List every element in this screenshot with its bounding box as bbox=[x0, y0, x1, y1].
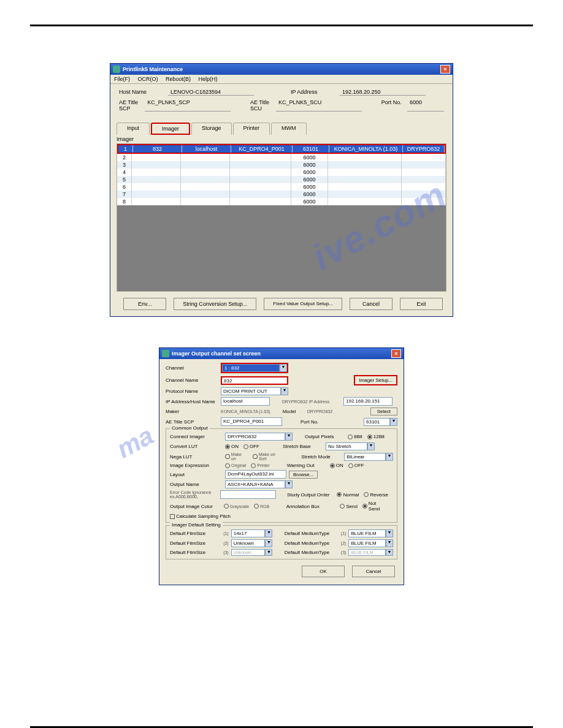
value-model: DRYPRO832 bbox=[307, 409, 333, 414]
radio-normal[interactable]: Normal bbox=[337, 492, 359, 498]
ae-scp-input[interactable]: KC_DPRO4_P001 bbox=[221, 417, 282, 426]
label-port: Port No. bbox=[381, 99, 407, 112]
drypro-ip-input[interactable]: 192.168.20.151 bbox=[343, 397, 393, 406]
table-row[interactable]: 46000 bbox=[117, 169, 446, 176]
label-drypro-ip: DRYPRO832 IP Address bbox=[282, 400, 343, 404]
checkbox-sampling[interactable]: Calculate Sampling Pitch bbox=[170, 514, 231, 519]
filmsize2-select[interactable]: Unknown▼ bbox=[231, 539, 273, 547]
stretch-base-select[interactable]: No Stretch▼ bbox=[326, 442, 375, 450]
label-iphost: IP Address/Host Name bbox=[166, 399, 221, 404]
channel-name-input[interactable]: 832 bbox=[221, 376, 288, 385]
group-default-setting: Imager Default Setting bbox=[170, 522, 223, 528]
imager-grid: 1 832 localhost KC_DPRO4_P001 63101 KONI… bbox=[117, 143, 446, 292]
radio-oc2: RGB bbox=[254, 504, 269, 509]
radio-12bit[interactable]: 12Bit bbox=[367, 434, 385, 439]
string-conv-button[interactable]: String Conversion Setup... bbox=[174, 298, 256, 310]
app-icon bbox=[113, 66, 120, 73]
table-row[interactable]: 56000 bbox=[117, 176, 446, 183]
label-medium2: Default MediumType bbox=[285, 540, 341, 546]
radio-oc1: Grayscale bbox=[224, 504, 250, 509]
chevron-down-icon[interactable]: ▼ bbox=[390, 418, 397, 426]
label-filmsize3: Default FilmSize bbox=[170, 550, 223, 555]
label-filmsize2: Default FilmSize bbox=[170, 540, 223, 546]
label-ip: IP Address bbox=[291, 89, 340, 96]
error-code-input[interactable] bbox=[220, 490, 276, 499]
radio-warn-on[interactable]: ON bbox=[330, 463, 343, 468]
chevron-down-icon[interactable]: ▼ bbox=[281, 387, 288, 395]
tab-imager[interactable]: Imager bbox=[151, 123, 190, 135]
label-maker: Maker bbox=[166, 409, 221, 414]
label-stretch-base: Stretch Base bbox=[283, 444, 326, 449]
chevron-down-icon[interactable]: ▼ bbox=[280, 364, 287, 372]
select-button[interactable]: Select bbox=[370, 408, 397, 415]
radio-notsend[interactable]: Not Send bbox=[362, 501, 388, 512]
close-icon[interactable]: × bbox=[391, 349, 401, 358]
menu-help[interactable]: Help(H) bbox=[199, 76, 218, 82]
medium2-select[interactable]: BLUE FILM▼ bbox=[348, 539, 393, 547]
label-study-order: Study Output Order bbox=[287, 492, 337, 498]
section-label: Imager bbox=[110, 135, 453, 143]
radio-lut-on[interactable]: ON bbox=[225, 444, 239, 449]
tab-mwm[interactable]: MWM bbox=[271, 123, 307, 135]
label-chname: Channel Name bbox=[166, 377, 221, 383]
fixed-value-button[interactable]: Fixed Value Output Setup... bbox=[264, 298, 342, 310]
label-medium3: Default MediumType bbox=[285, 550, 341, 555]
table-row-selected[interactable]: 1 832 localhost KC_DPRO4_P001 63101 KONI… bbox=[118, 145, 445, 153]
label-connect-imager: Connect Imager bbox=[170, 434, 225, 439]
label-hostname: Host Name bbox=[119, 89, 168, 96]
label-ae-scp: AE Title SCP bbox=[119, 99, 145, 112]
medium3-select[interactable]: BLUE FILM▼ bbox=[348, 549, 393, 556]
label-protocol: Protocol Name bbox=[166, 389, 221, 394]
close-icon[interactable]: × bbox=[440, 65, 450, 74]
watermark: ma bbox=[112, 421, 158, 464]
exit-button[interactable]: Exit bbox=[400, 298, 443, 310]
label-model: Model bbox=[283, 409, 307, 414]
window-title: Printlink5 Maintenance bbox=[123, 66, 440, 72]
cancel-button[interactable]: Cancel bbox=[352, 566, 395, 577]
tab-storage[interactable]: Storage bbox=[191, 123, 232, 135]
label-output-pixels: Output Pixels bbox=[305, 434, 348, 439]
radio-warn-off[interactable]: OFF bbox=[348, 463, 364, 468]
label-error-code: Error Code Ignorance ex.A000,B000, bbox=[170, 490, 220, 499]
radio-8bit[interactable]: 8Bit bbox=[348, 434, 362, 439]
table-row[interactable]: 66000 bbox=[117, 183, 446, 191]
radio-reverse[interactable]: Reverse bbox=[364, 492, 388, 498]
menu-ocr[interactable]: OCR(O) bbox=[138, 76, 158, 82]
ok-button[interactable]: OK bbox=[302, 566, 345, 577]
channel-select[interactable]: 1 : 832▼ bbox=[221, 363, 288, 373]
browse-button[interactable]: Browse... bbox=[289, 471, 318, 479]
menu-file[interactable]: File(F) bbox=[114, 76, 130, 82]
radio-lut-off[interactable]: OFF bbox=[243, 444, 259, 449]
filmsize1-select[interactable]: 14x17▼ bbox=[231, 529, 273, 537]
filmsize3-select[interactable]: Unknown▼ bbox=[231, 549, 273, 556]
menu-reboot[interactable]: Reboot(B) bbox=[166, 76, 191, 82]
value-ip: 192.168.20.250 bbox=[340, 89, 426, 96]
radio-nega2: Make on Sort bbox=[253, 452, 285, 461]
iphost-input[interactable]: localhost bbox=[221, 397, 270, 406]
radio-ie2: Printer bbox=[251, 463, 270, 468]
table-row[interactable]: 76000 bbox=[117, 191, 446, 198]
label-layout: Layout bbox=[170, 472, 225, 477]
tab-printer[interactable]: Printer bbox=[233, 123, 270, 135]
label-convert-lut: Convert LUT bbox=[170, 444, 225, 449]
env-button[interactable]: Env... bbox=[123, 298, 166, 310]
medium1-select[interactable]: BLUE FILM▼ bbox=[348, 529, 393, 537]
connect-imager-select[interactable]: DRYPRO832▼ bbox=[225, 433, 293, 441]
protocol-select[interactable]: DICOM PRINT OUT▼ bbox=[221, 387, 288, 395]
app-icon bbox=[162, 350, 169, 357]
cancel-button[interactable]: Cancel bbox=[350, 298, 393, 310]
stretch-mode-select[interactable]: BiLinear▼ bbox=[344, 453, 393, 461]
label-ae-scp2: AE Title SCP bbox=[166, 419, 221, 425]
output-name-select[interactable]: ASCII+KANJI+KANA▼ bbox=[225, 480, 293, 488]
table-row[interactable]: 26000 bbox=[117, 154, 446, 161]
value-ae-scp: KC_PLNK5_SCP bbox=[145, 99, 231, 112]
imager-setup-button[interactable]: Imager Setup... bbox=[354, 375, 397, 385]
layout-input[interactable]: DcmP4LayOut832.ini bbox=[225, 470, 286, 479]
group-common-output: Common Output bbox=[170, 425, 210, 431]
radio-send[interactable]: Send bbox=[340, 504, 358, 509]
port-select[interactable]: 63101▼ bbox=[364, 418, 397, 426]
value-port: 6000 bbox=[407, 99, 444, 112]
table-row[interactable]: 36000 bbox=[117, 161, 446, 169]
table-row[interactable]: 86000 bbox=[117, 198, 446, 205]
tab-input[interactable]: Input bbox=[117, 123, 150, 135]
